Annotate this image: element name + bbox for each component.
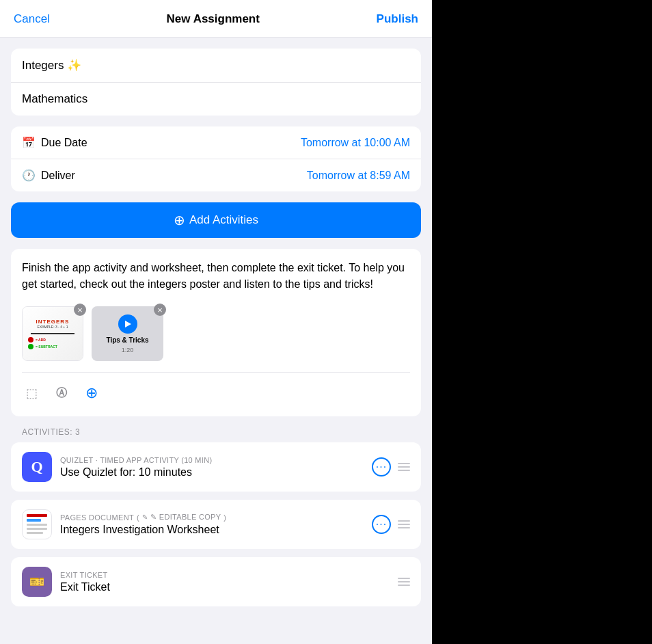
due-date-row[interactable]: 📅 Due Date Tomorrow at 10:00 AM: [11, 126, 421, 159]
publish-button[interactable]: Publish: [377, 12, 418, 26]
date-section: 📅 Due Date Tomorrow at 10:00 AM 🕐 Delive…: [11, 126, 421, 191]
activity-name-exit-ticket: Exit Ticket: [60, 581, 390, 593]
number-line: [31, 333, 74, 334]
title-section: Integers ✨ Mathematics: [11, 49, 421, 116]
integers-labels: = ADD = SUBTRACT: [25, 337, 80, 349]
add-activities-label: Add Activities: [189, 213, 258, 227]
activity-meta-exit-ticket: EXIT TICKET: [60, 571, 390, 579]
integers-visual: INTEGERS EXAMPLE: 3 - 4 + 1 = ADD = SUBT…: [23, 307, 83, 360]
toolbar-icons: ⬚ Ⓐ ⊕: [22, 381, 410, 405]
deliver-row[interactable]: 🕐 Deliver Tomorrow at 8:59 AM: [11, 159, 421, 191]
exit-ticket-icon-glyph: 🎫: [29, 574, 44, 589]
video-duration: 1:20: [122, 347, 134, 353]
image-toolbar-icon[interactable]: ⬚: [22, 384, 41, 403]
integers-subtitle: EXAMPLE: 3 - 4 + 1: [38, 325, 68, 329]
exit-ticket-icon: 🎫: [22, 567, 52, 597]
play-button[interactable]: [118, 314, 137, 334]
activity-actions-exit-ticket: [398, 578, 410, 586]
modal-container: Cancel New Assignment Publish Integers ✨…: [0, 0, 432, 644]
subject-label: Mathematics: [22, 92, 87, 105]
activity-info-exit-ticket: EXIT TICKET Exit Ticket: [60, 571, 390, 593]
drag-handle-quizlet[interactable]: [398, 463, 410, 471]
page-title: New Assignment: [167, 12, 260, 26]
green-dot: [28, 344, 33, 349]
drag-handle-pages[interactable]: [398, 520, 410, 528]
editable-copy-icon: ✎: [142, 513, 148, 521]
activity-name-quizlet: Use Quizlet for: 10 minutes: [60, 466, 364, 479]
text-toolbar-icon[interactable]: Ⓐ: [52, 384, 71, 403]
activity-actions-pages: ···: [372, 515, 410, 534]
play-triangle-icon: [125, 321, 131, 327]
activity-actions-quizlet: ···: [372, 457, 410, 477]
activity-meta-quizlet: QUIZLET · TIMED APP ACTIVITY (10 MIN): [60, 456, 364, 464]
red-dot: [28, 337, 33, 343]
video-title: Tips & Tricks: [106, 336, 148, 344]
remove-integers-button[interactable]: [74, 304, 86, 316]
add-toolbar-icon[interactable]: ⊕: [82, 384, 101, 403]
plus-circle-icon: ⊕: [174, 213, 185, 227]
video-attachment: Tips & Tricks 1:20: [92, 306, 163, 361]
video-thumbnail[interactable]: Tips & Tricks 1:20: [92, 306, 163, 361]
activity-name-pages: Integers Investigation Worksheet: [60, 524, 364, 536]
video-preview: Tips & Tricks 1:20: [92, 306, 163, 361]
activities-count-label: ACTIVITIES: 3: [0, 427, 432, 437]
instructions-text: Finish the app activity and worksheet, t…: [22, 260, 410, 293]
cancel-button[interactable]: Cancel: [14, 12, 50, 26]
instructions-section[interactable]: Finish the app activity and worksheet, t…: [11, 249, 421, 416]
drag-handle-exit-ticket[interactable]: [398, 578, 410, 586]
integers-poster-title: INTEGERS: [36, 319, 70, 325]
assignment-title-row[interactable]: Integers ✨: [11, 49, 421, 83]
calendar-icon: 📅: [22, 136, 36, 149]
due-date-value: Tomorrow at 10:00 AM: [301, 137, 410, 149]
activity-item-exit-ticket: 🎫 EXIT TICKET Exit Ticket: [11, 557, 421, 606]
deliver-value: Tomorrow at 8:59 AM: [307, 170, 410, 182]
assignment-title: Integers ✨: [22, 58, 410, 72]
integers-attachment: INTEGERS EXAMPLE: 3 - 4 + 1 = ADD = SUBT…: [22, 306, 83, 361]
attachments-row: INTEGERS EXAMPLE: 3 - 4 + 1 = ADD = SUBT…: [22, 306, 410, 361]
subject-row[interactable]: Mathematics: [11, 83, 421, 116]
activity-item-quizlet: Q QUIZLET · TIMED APP ACTIVITY (10 MIN) …: [11, 442, 421, 492]
more-options-quizlet-button[interactable]: ···: [372, 457, 391, 477]
clock-icon: 🕐: [22, 169, 36, 182]
activity-info-quizlet: QUIZLET · TIMED APP ACTIVITY (10 MIN) Us…: [60, 456, 364, 479]
activity-info-pages: PAGES DOCUMENT ( ✎ ✎ EDITABLE COPY ) Int…: [60, 513, 364, 536]
due-date-label: 📅 Due Date: [22, 136, 87, 149]
integers-poster-thumbnail[interactable]: INTEGERS EXAMPLE: 3 - 4 + 1 = ADD = SUBT…: [22, 306, 83, 361]
pages-icon: [22, 509, 52, 539]
more-options-pages-button[interactable]: ···: [372, 515, 391, 534]
add-activities-button[interactable]: ⊕ Add Activities: [11, 202, 421, 238]
deliver-label: 🕐 Deliver: [22, 169, 75, 182]
activity-item-pages: PAGES DOCUMENT ( ✎ ✎ EDITABLE COPY ) Int…: [11, 500, 421, 549]
header: Cancel New Assignment Publish: [0, 0, 432, 38]
divider: [22, 372, 410, 373]
activities-section: ACTIVITIES: 3 Q QUIZLET · TIMED APP ACTI…: [0, 427, 432, 606]
activity-meta-pages: PAGES DOCUMENT ( ✎ ✎ EDITABLE COPY ): [60, 513, 364, 522]
remove-video-button[interactable]: [154, 304, 166, 316]
quizlet-icon: Q: [22, 452, 52, 482]
